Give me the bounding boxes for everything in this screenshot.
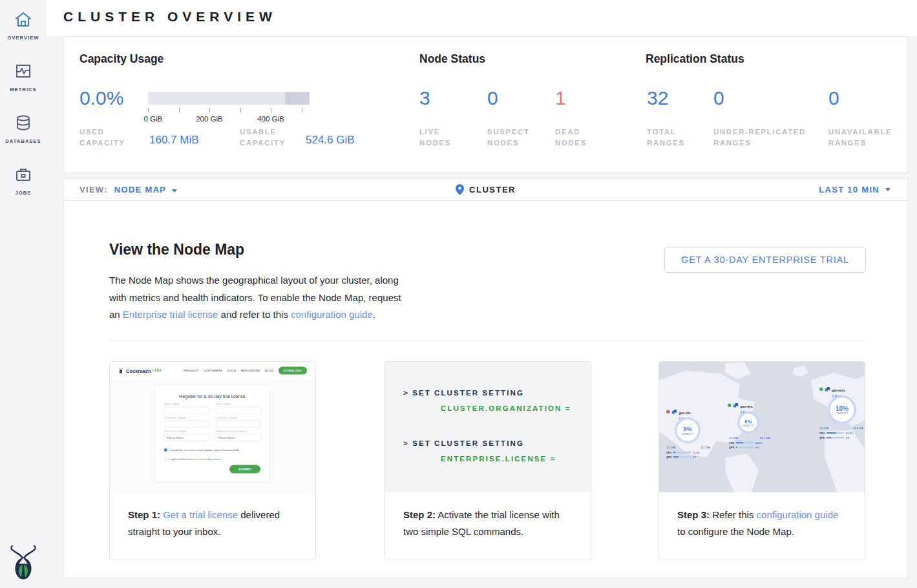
- reason-for-interest-select[interactable]: Please Select: [216, 434, 261, 441]
- under-replicated-ranges-value: 0: [713, 87, 724, 109]
- dead-nodes-value: 1: [555, 87, 566, 109]
- node-total: 61.7 GiB: [760, 436, 770, 439]
- license-agreement-checkbox[interactable]: [164, 457, 167, 461]
- first-name-field[interactable]: [164, 407, 209, 414]
- mini-site-nav-docs[interactable]: DOCS: [227, 369, 236, 372]
- total-ranges-value: 32: [647, 87, 668, 109]
- code-command: SET CLUSTER SETTING: [412, 439, 524, 447]
- trial-license-form: Register for a 30-day trial license FIRS…: [155, 384, 270, 481]
- node-name: geo-ams: [832, 389, 846, 393]
- capacity-gauge: 0 GiB 200 GiB 400 GiB: [148, 92, 310, 124]
- qps-bar: [673, 456, 691, 458]
- unavailable-ranges-value: 0: [828, 87, 839, 109]
- mini-site-nav-blog[interactable]: BLOG: [265, 369, 273, 372]
- capacity-gauge-bar: [148, 92, 310, 105]
- email-updates-checkbox-row: I would like to receive email updates ab…: [164, 448, 240, 452]
- time-range-selector[interactable]: LAST 10 MIN: [819, 179, 891, 200]
- mini-site-nav: PRODUCT CUSTOMERS DOCS RESOURCES BLOG DO…: [184, 367, 307, 375]
- company-email-field[interactable]: [216, 421, 261, 428]
- metrics-icon: [14, 62, 32, 80]
- sidebar-item-jobs[interactable]: JOBS: [0, 165, 47, 196]
- enterprise-trial-license-link[interactable]: Enterprise trial license: [123, 309, 218, 320]
- step3-text-before: Refer this: [712, 509, 754, 520]
- breadcrumb-cluster: CLUSTER: [469, 185, 516, 194]
- mini-site-nav-product[interactable]: PRODUCT: [184, 369, 198, 372]
- first-name-label: FIRST NAME: [164, 403, 209, 406]
- location-pin-icon: [456, 184, 464, 195]
- last-name-label: LAST NAME: [216, 403, 261, 406]
- gauge-tick: [271, 108, 271, 112]
- home-icon: [14, 10, 32, 28]
- total-ranges-label: TOTAL RANGES: [647, 127, 699, 149]
- mini-site-nav-resources[interactable]: RESOURCES: [241, 369, 260, 372]
- step1-screenshot: Cockroach LABS PRODUCT CUSTOMERS DOCS RE…: [110, 362, 315, 492]
- submit-button[interactable]: SUBMIT: [229, 465, 260, 474]
- node-total: 351 GiB: [701, 446, 710, 449]
- qps-label: QPS: [819, 436, 825, 439]
- node-map-panel: View the Node Map The Node Map shows the…: [63, 201, 908, 578]
- cpu-bar: [826, 432, 844, 434]
- step2-caption: Step 2: Activate the trial license with …: [385, 492, 591, 540]
- email-updates-checkbox[interactable]: [164, 448, 167, 452]
- cockroach-logo-icon: [118, 368, 123, 374]
- sidebar-item-label: DATABASES: [0, 138, 47, 144]
- node-used: 3.6 GiB: [819, 426, 828, 430]
- project-phase-label: PROJECT PHASE: [164, 430, 209, 434]
- suspect-nodes-value: 0: [487, 87, 498, 109]
- node-capacity-range: 3.6 GiB 34.4 GiB: [819, 426, 863, 430]
- sidebar-item-databases[interactable]: DATABASES: [0, 114, 47, 144]
- company-name-label: COMPANY NAME: [164, 417, 209, 420]
- live-nodes-value: 3: [419, 87, 430, 109]
- cpu-bar: [735, 442, 754, 444]
- mini-site-download-button[interactable]: DOWNLOAD: [279, 367, 307, 375]
- usable-capacity-value: 524.6 GiB: [306, 134, 355, 147]
- step3-text-after: to configure the Node Map.: [677, 526, 794, 537]
- map-node-geo-nyc: geo-nyc 2 Nodes 6% CAPACITY 3.7 GiB 61.7…: [728, 403, 783, 415]
- usable-capacity-label: USABLE CAPACITY: [240, 127, 294, 149]
- qps-bar: [735, 446, 754, 448]
- node-capacity-pct: 9%: [683, 426, 691, 433]
- software-license-agreement-link[interactable]: Software License Agreement.: [186, 457, 222, 461]
- qps-value: 0.0: [755, 446, 759, 449]
- capacity-gauge-circle: 10% CAPACITY: [828, 395, 856, 424]
- configuration-guide-link[interactable]: configuration guide: [757, 509, 839, 520]
- code-prompt: >: [403, 439, 409, 447]
- project-phase-select[interactable]: Please Select: [164, 434, 209, 441]
- sidebar-item-metrics[interactable]: METRICS: [0, 62, 47, 92]
- get-trial-license-link[interactable]: Get a trial license: [163, 509, 238, 520]
- description-text: .: [373, 309, 375, 320]
- license-agreement-label: I agree to the Software License Agreemen…: [169, 457, 222, 461]
- code-line-2: CLUSTER.ORGANIZATION =: [441, 404, 571, 412]
- configuration-guide-link[interactable]: configuration guide: [291, 309, 373, 320]
- mini-site-nav-customers[interactable]: CUSTOMERS: [204, 369, 223, 372]
- node-capacity-pct: 10%: [836, 405, 848, 413]
- node-capacity-label: CAPACITY: [682, 433, 694, 436]
- license-agreement-text: I agree to the: [169, 457, 185, 461]
- capacity-gauge-reserved-segment: [285, 92, 310, 105]
- time-range-value: LAST 10 MIN: [819, 185, 880, 194]
- chevron-down-icon: [885, 188, 891, 191]
- sidebar-item-overview[interactable]: OVERVIEW: [0, 10, 47, 41]
- gauge-tick: [179, 108, 180, 112]
- node-cpu-row: CPU 42.5%: [729, 441, 763, 445]
- node-cubes-icon: [733, 403, 739, 408]
- cpu-label: CPU: [819, 432, 825, 435]
- node-name: geo-nyc: [741, 405, 753, 409]
- qps-label: QPS: [666, 456, 671, 459]
- database-icon: [14, 114, 32, 132]
- node-qps-row: QPS 0.0: [729, 446, 759, 449]
- enterprise-trial-button[interactable]: GET A 30-DAY ENTERPRISE TRIAL: [664, 247, 866, 273]
- node-name: geo-sfo: [679, 412, 691, 415]
- company-name-field[interactable]: [164, 421, 209, 428]
- view-bar: VIEW: NODE MAP CLUSTER LAST 10 MIN: [63, 178, 908, 201]
- cpu-value: 11.0%: [693, 451, 699, 454]
- node-used: 3.7 GiB: [729, 436, 738, 439]
- step1-card: Cockroach LABS PRODUCT CUSTOMERS DOCS RE…: [109, 361, 316, 560]
- step1-caption: Step 1: Get a trial license delivered st…: [110, 492, 315, 540]
- qps-label: QPS: [729, 446, 734, 449]
- last-name-field[interactable]: [216, 407, 261, 414]
- trial-form-title: Register for a 30-day trial license: [155, 394, 269, 399]
- description-text: and refer to this: [221, 309, 288, 320]
- breadcrumb: CLUSTER: [64, 179, 907, 200]
- company-email-label: COMPANY EMAIL: [216, 417, 261, 420]
